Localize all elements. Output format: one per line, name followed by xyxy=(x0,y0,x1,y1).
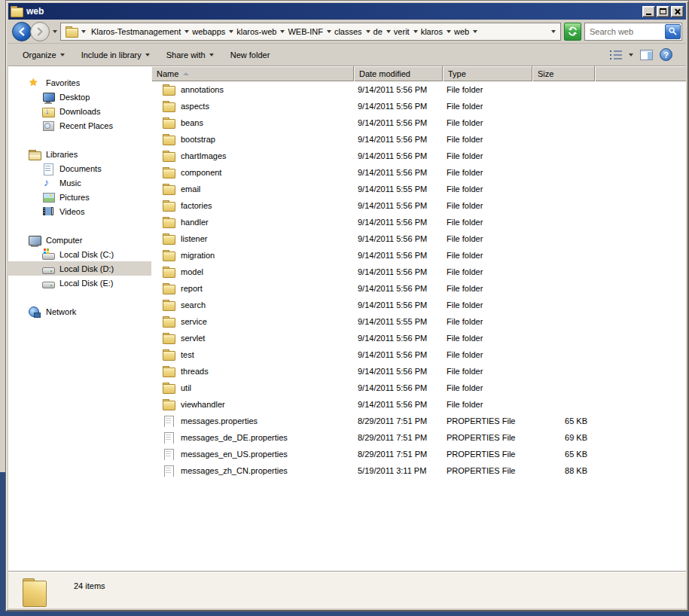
file-row[interactable]: listener 9/14/2011 5:56 PM File folder xyxy=(151,230,686,247)
title-bar[interactable]: web xyxy=(8,3,686,20)
help-icon[interactable] xyxy=(660,48,672,61)
breadcrumb-item-label: webapps xyxy=(192,27,225,36)
preview-pane-icon[interactable] xyxy=(640,50,653,60)
sidebar-item-label: Local Disk (C:) xyxy=(59,250,114,259)
breadcrumb-item[interactable]: klaros xyxy=(419,27,453,36)
sidebar-group-header[interactable]: Network xyxy=(8,304,151,319)
file-type: File folder xyxy=(443,400,532,409)
file-date-modified: 9/14/2011 5:56 PM xyxy=(354,267,443,276)
breadcrumb-separator-icon[interactable] xyxy=(413,30,418,33)
forward-button[interactable] xyxy=(30,22,50,41)
file-row[interactable]: search 9/14/2011 5:56 PM File folder xyxy=(151,297,686,313)
file-row[interactable]: util 9/14/2011 5:56 PM File folder xyxy=(151,380,686,396)
minimize-button[interactable] xyxy=(642,6,655,17)
sidebar-item[interactable]: Local Disk (C:) xyxy=(8,247,151,261)
breadcrumb-separator-icon[interactable] xyxy=(327,30,331,33)
file-row[interactable]: test 9/14/2011 5:56 PM File folder xyxy=(151,346,686,363)
sidebar-item-label: Documents xyxy=(59,164,102,173)
column-header-size[interactable]: Size xyxy=(532,66,595,81)
breadcrumb[interactable]: Klaros-Testmanagement webapps klaros-web… xyxy=(60,23,561,41)
file-type: File folder xyxy=(443,201,532,210)
toolbar-button-label: New folder xyxy=(230,50,270,59)
file-row[interactable]: messages_de_DE.properties 8/29/2011 7:51… xyxy=(151,429,686,446)
recent-pages-dropdown-icon[interactable] xyxy=(53,30,57,33)
file-type: PROPERTIES File xyxy=(443,433,532,442)
file-row[interactable]: servlet 9/14/2011 5:56 PM File folder xyxy=(151,330,686,346)
breadcrumb-item[interactable]: klaros-web xyxy=(235,27,286,36)
breadcrumb-item[interactable]: verit xyxy=(392,27,419,36)
sidebar-item[interactable]: Documents xyxy=(8,161,151,175)
breadcrumb-separator-icon[interactable] xyxy=(280,30,285,33)
maximize-button[interactable] xyxy=(657,6,669,17)
breadcrumb-item-label: verit xyxy=(394,27,410,36)
breadcrumb-item[interactable]: webapps xyxy=(191,27,235,36)
toolbar-button[interactable]: Organize xyxy=(14,47,73,63)
file-row[interactable]: report 9/14/2011 5:56 PM File folder xyxy=(151,280,686,297)
file-row[interactable]: aspects 9/14/2011 5:56 PM File folder xyxy=(151,98,686,114)
breadcrumb-item[interactable]: classes xyxy=(333,27,372,36)
toolbar-button[interactable]: Share with xyxy=(158,47,222,63)
search-button[interactable] xyxy=(665,24,681,39)
column-header-name[interactable]: Name xyxy=(151,66,354,81)
breadcrumb-separator-icon[interactable] xyxy=(366,30,370,33)
breadcrumb-root-dropdown-icon[interactable] xyxy=(81,30,86,33)
search-icon xyxy=(668,26,678,36)
file-row[interactable]: chartImages 9/14/2011 5:56 PM File folde… xyxy=(151,148,686,164)
file-row[interactable]: component 9/14/2011 5:56 PM File folder xyxy=(151,164,686,181)
search-input[interactable] xyxy=(590,27,665,36)
folder-icon xyxy=(163,233,175,245)
sidebar-group-header[interactable]: Favorites xyxy=(8,75,151,90)
close-button[interactable] xyxy=(671,6,684,17)
file-row[interactable]: email 9/14/2011 5:55 PM File folder xyxy=(151,181,686,197)
breadcrumb-separator-icon[interactable] xyxy=(447,30,451,33)
breadcrumb-item[interactable]: web xyxy=(453,27,479,36)
back-button[interactable] xyxy=(12,22,32,41)
breadcrumb-item[interactable]: WEB-INF xyxy=(286,27,332,36)
folder-icon xyxy=(163,266,175,278)
file-type: File folder xyxy=(443,334,532,343)
file-name: beans xyxy=(181,118,203,127)
sidebar-item[interactable]: Music xyxy=(8,175,151,190)
file-row[interactable]: migration 9/14/2011 5:56 PM File folder xyxy=(151,247,686,264)
sidebar-group-header[interactable]: Computer xyxy=(8,233,151,247)
views-dropdown-icon[interactable] xyxy=(629,53,633,56)
file-row[interactable]: beans 9/14/2011 5:56 PM File folder xyxy=(151,114,686,131)
file-row[interactable]: bootstrap 9/14/2011 5:56 PM File folder xyxy=(151,131,686,148)
toolbar-button[interactable]: New folder xyxy=(222,47,279,63)
sidebar-item[interactable]: Videos xyxy=(8,204,151,218)
file-row[interactable]: messages.properties 8/29/2011 7:51 PM PR… xyxy=(151,413,686,429)
file-row[interactable]: model 9/14/2011 5:56 PM File folder xyxy=(151,264,686,280)
sidebar-item[interactable]: Downloads xyxy=(8,104,151,118)
sidebar-item[interactable]: Desktop xyxy=(8,90,151,104)
sidebar-group-header[interactable]: Libraries xyxy=(8,147,151,161)
file-row[interactable]: messages_en_US.properties 8/29/2011 7:51… xyxy=(151,446,686,462)
minimize-icon xyxy=(646,14,651,15)
breadcrumb-item-label: Klaros-Testmanagement xyxy=(91,27,181,36)
column-header-date-modified[interactable]: Date modified xyxy=(354,66,443,81)
breadcrumb-separator-icon[interactable] xyxy=(184,30,189,33)
file-row[interactable]: handler 9/14/2011 5:56 PM File folder xyxy=(151,214,686,230)
sidebar-item[interactable]: Pictures xyxy=(8,190,151,204)
file-type: File folder xyxy=(443,284,532,293)
refresh-button[interactable] xyxy=(564,23,581,41)
file-row[interactable]: threads 9/14/2011 5:56 PM File folder xyxy=(151,363,686,380)
breadcrumb-separator-icon[interactable] xyxy=(386,30,391,33)
address-history-dropdown-icon[interactable] xyxy=(551,30,556,33)
breadcrumb-separator-icon[interactable] xyxy=(229,30,233,33)
sidebar-item[interactable]: Local Disk (E:) xyxy=(8,276,151,290)
breadcrumb-separator-icon[interactable] xyxy=(473,30,477,33)
file-type: File folder xyxy=(443,251,532,260)
sidebar-item[interactable]: Local Disk (D:) xyxy=(8,261,151,276)
breadcrumb-item[interactable]: Klaros-Testmanagement xyxy=(90,27,191,36)
change-view-icon[interactable] xyxy=(610,50,622,59)
toolbar-button[interactable]: Include in library xyxy=(73,47,158,63)
sidebar-item[interactable]: Recent Places xyxy=(8,118,151,133)
file-row[interactable]: messages_zh_CN.properties 5/19/2011 3:11… xyxy=(151,462,686,479)
file-row[interactable]: annotations 9/14/2011 5:56 PM File folde… xyxy=(151,81,686,98)
file-row[interactable]: service 9/14/2011 5:55 PM File folder xyxy=(151,313,686,330)
libraries-icon xyxy=(29,148,41,160)
breadcrumb-item[interactable]: de xyxy=(372,27,392,36)
file-row[interactable]: viewhandler 9/14/2011 5:56 PM File folde… xyxy=(151,396,686,413)
column-header-type[interactable]: Type xyxy=(443,66,532,81)
file-row[interactable]: factories 9/14/2011 5:56 PM File folder xyxy=(151,197,686,214)
